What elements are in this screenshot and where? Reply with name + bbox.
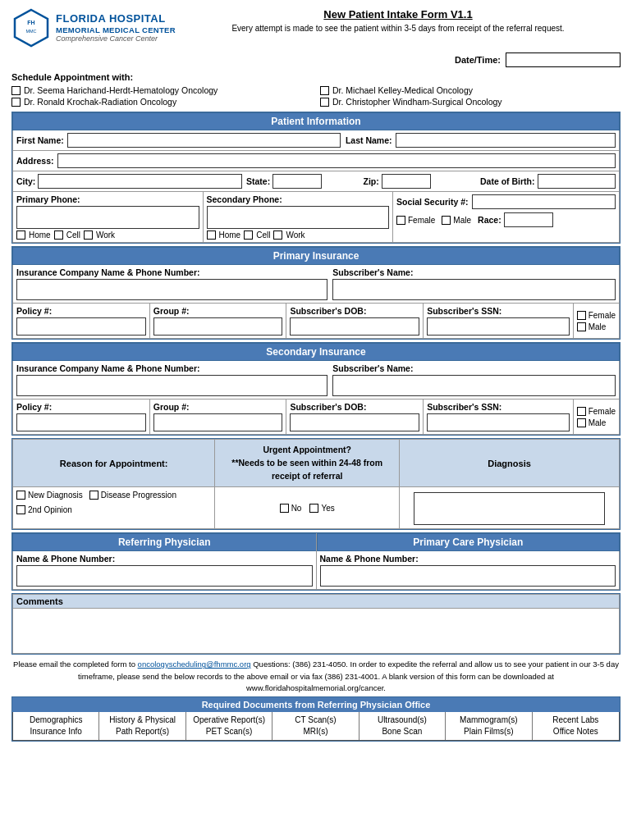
schedule-label: Schedule Appointment with: <box>11 72 621 82</box>
secondary-insurance-header: Secondary Insurance <box>12 343 620 361</box>
city-input[interactable] <box>38 174 242 189</box>
primary-ins-male-checkbox[interactable] <box>577 322 586 331</box>
race-input[interactable] <box>504 212 553 227</box>
secondary-subdob-label: Subscriber's DOB: <box>290 402 419 412</box>
footer-email[interactable]: oncologyscheduling@fhmmc.org <box>138 660 251 669</box>
svg-text:FH: FH <box>27 20 34 25</box>
secondary-home-checkbox[interactable] <box>207 231 216 240</box>
secondary-subssn-input[interactable] <box>427 413 569 431</box>
secondary-ins-row1: Insurance Company Name & Phone Number: S… <box>12 361 620 399</box>
address-input[interactable] <box>57 153 616 168</box>
req-docs-cell-3: CT Scan(s) MRI(s) <box>272 712 359 740</box>
male-label: Male <box>453 216 471 225</box>
secondary-ins-male-label: Male <box>588 418 607 427</box>
primary-ins-male-label: Male <box>588 322 607 331</box>
primary-ins-row2: Policy #: Group #: Subscriber's DOB: Sub… <box>12 304 620 339</box>
second-opinion-checkbox[interactable] <box>16 505 25 514</box>
no-checkbox[interactable] <box>280 504 289 513</box>
secondary-work-label: Work <box>286 231 305 240</box>
primary-ins-company-input[interactable] <box>16 279 327 300</box>
secondary-policy-col: Policy #: <box>13 399 150 434</box>
doctor-checkbox-2[interactable] <box>320 86 329 95</box>
state-input[interactable] <box>272 174 322 189</box>
primary-phone-input[interactable] <box>16 206 199 229</box>
referring-name-label: Name & Phone Number: <box>16 554 313 564</box>
date-time-input[interactable] <box>506 52 621 67</box>
disease-progression-checkbox[interactable] <box>89 491 98 500</box>
secondary-ins-row2: Policy #: Group #: Subscriber's DOB: Sub… <box>12 399 620 435</box>
first-name-input[interactable] <box>67 133 341 148</box>
primary-work-checkbox[interactable] <box>84 231 93 240</box>
doctor-checkbox-4[interactable] <box>320 98 329 107</box>
no-choice: No <box>280 504 302 513</box>
address-row: Address: <box>12 151 620 171</box>
address-label: Address: <box>16 156 54 166</box>
secondary-ins-female-checkbox[interactable] <box>577 407 586 416</box>
secondary-phone-input[interactable] <box>207 206 390 229</box>
logo-cancer-name: Comprehensive Cancer Center <box>56 34 176 43</box>
secondary-policy-label: Policy #: <box>16 402 146 412</box>
secondary-subssn-label: Subscriber's SSN: <box>427 402 569 412</box>
doctor-label-3: Dr. Ronald Krochak-Radiation Oncology <box>24 97 176 107</box>
male-checkbox[interactable] <box>442 216 451 225</box>
doctor-checkbox-3[interactable] <box>11 98 21 107</box>
secondary-group-input[interactable] <box>153 413 283 431</box>
primary-subdob-input[interactable] <box>290 317 419 336</box>
doctor-checkbox-1[interactable] <box>11 86 21 95</box>
pcp-name-input[interactable] <box>320 565 616 587</box>
secondary-cell-checkbox[interactable] <box>244 231 253 240</box>
primary-ins-company-col: Insurance Company Name & Phone Number: <box>16 267 327 300</box>
secondary-subssn-col: Subscriber's SSN: <box>424 399 573 434</box>
req-docs-cell-6: Recent Labs Office Notes <box>533 712 619 740</box>
doctor-label-2: Dr. Michael Kelley-Medical Oncology <box>332 85 473 95</box>
referring-col: Name & Phone Number: <box>13 551 317 589</box>
comments-body[interactable] <box>12 609 620 654</box>
secondary-ins-subscriber-input[interactable] <box>332 375 616 396</box>
primary-ins-subscriber-input[interactable] <box>332 279 616 300</box>
ssn-label: Social Security #: <box>396 197 469 207</box>
primary-cell-checkbox[interactable] <box>54 231 63 240</box>
yes-checkbox[interactable] <box>309 504 318 513</box>
primary-ins-row1: Insurance Company Name & Phone Number: S… <box>12 265 620 304</box>
secondary-ins-company-col: Insurance Company Name & Phone Number: <box>16 363 327 396</box>
diagnosis-input[interactable] <box>414 492 605 525</box>
ssn-input[interactable] <box>472 194 616 209</box>
secondary-subdob-input[interactable] <box>290 413 419 431</box>
doctor-option-2: Dr. Michael Kelley-Medical Oncology <box>320 85 621 95</box>
svg-text:MMC: MMC <box>25 29 36 34</box>
zip-input[interactable] <box>382 174 431 189</box>
primary-group-input[interactable] <box>153 317 283 336</box>
female-checkbox[interactable] <box>396 216 405 225</box>
req-docs-header: Required Documents from Referring Physic… <box>12 697 620 712</box>
primary-policy-label: Policy #: <box>16 306 146 316</box>
female-label: Female <box>408 216 435 225</box>
diagnosis-header: Diagnosis <box>400 440 619 486</box>
dob-input[interactable] <box>538 174 616 189</box>
primary-insurance-section: Primary Insurance Insurance Company Name… <box>11 246 621 340</box>
secondary-ins-male-checkbox[interactable] <box>577 418 586 427</box>
secondary-group-col: Group #: <box>150 399 287 434</box>
secondary-ins-company-input[interactable] <box>16 375 327 396</box>
new-diagnosis-checkbox[interactable] <box>16 491 25 500</box>
patient-info-header: Patient Information <box>12 112 620 130</box>
primary-ins-subscriber-label: Subscriber's Name: <box>332 267 616 277</box>
req-docs-cell-5: Mammogram(s) Plain Films(s) <box>446 712 532 740</box>
primary-subssn-input[interactable] <box>427 317 569 336</box>
secondary-work-checkbox[interactable] <box>273 231 282 240</box>
referring-name-input[interactable] <box>16 565 313 587</box>
last-name-input[interactable] <box>396 133 616 148</box>
appointment-header-row: Reason for Appointment: Urgent Appointme… <box>12 439 620 487</box>
primary-phone-label: Primary Phone: <box>16 194 199 204</box>
primary-subdob-col: Subscriber's DOB: <box>286 304 424 338</box>
svg-marker-0 <box>15 10 48 46</box>
second-opinion-choice: 2nd Opinion <box>16 505 72 514</box>
secondary-ins-company-label: Insurance Company Name & Phone Number: <box>16 363 327 373</box>
referring-header: Referring Physician <box>12 533 316 551</box>
secondary-policy-input[interactable] <box>16 413 146 431</box>
primary-home-checkbox[interactable] <box>16 231 25 240</box>
primary-policy-input[interactable] <box>16 317 146 336</box>
urgent-no-yes-col: No Yes <box>215 487 400 528</box>
primary-ins-female-checkbox[interactable] <box>577 311 586 320</box>
referring-header-wrapper: Referring Physician <box>12 533 317 551</box>
diagnosis-input-col <box>400 487 619 528</box>
